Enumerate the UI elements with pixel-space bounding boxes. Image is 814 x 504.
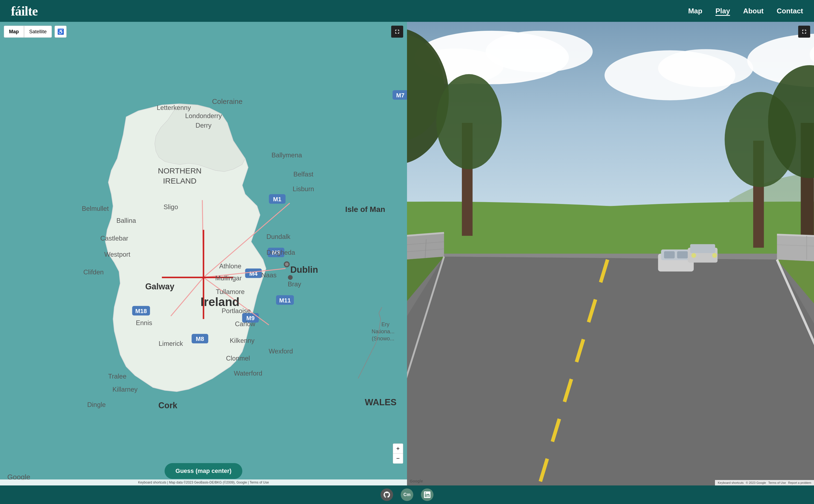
svg-text:Nationa...: Nationa...: [372, 328, 394, 334]
svg-rect-121: [690, 244, 715, 253]
svg-text:Ireland: Ireland: [200, 295, 240, 308]
zoom-out-button[interactable]: −: [393, 454, 403, 463]
map-footer: Keyboard shortcuts | Map data ©2023 GeoB…: [0, 479, 407, 485]
svg-text:Isle of Man: Isle of Man: [345, 205, 385, 214]
accessibility-button[interactable]: ♿: [55, 26, 67, 38]
svg-text:Clonmel: Clonmel: [226, 355, 250, 362]
svg-text:Tullamore: Tullamore: [216, 288, 245, 295]
nav-play[interactable]: Play: [716, 7, 730, 15]
map-controls: Map Satellite ♿: [4, 26, 67, 38]
svg-text:Ballina: Ballina: [116, 217, 136, 224]
svg-text:Galway: Galway: [145, 282, 174, 291]
svg-point-90: [436, 74, 502, 169]
cm-icon[interactable]: Cm: [401, 488, 413, 501]
sv-report[interactable]: Report a problem: [788, 481, 811, 484]
svg-text:M8: M8: [196, 335, 204, 342]
streetview-panel: Google Keyboard shortcuts © 2023 Google …: [407, 22, 814, 485]
svg-text:Belfast: Belfast: [294, 170, 314, 178]
svg-text:M4: M4: [249, 270, 258, 277]
svg-text:Wexford: Wexford: [269, 347, 293, 355]
svg-text:Lisburn: Lisburn: [293, 185, 314, 193]
svg-point-50: [288, 275, 292, 280]
map-zoom-controls: + −: [393, 443, 403, 464]
svg-text:Castlebar: Castlebar: [100, 235, 128, 242]
sv-copyright: © 2023 Google: [746, 481, 766, 484]
svg-text:Clifden: Clifden: [83, 268, 104, 276]
map-fullscreen-button[interactable]: [391, 26, 403, 38]
svg-text:Dundalk: Dundalk: [267, 233, 291, 240]
svg-text:Carlow: Carlow: [235, 320, 255, 328]
svg-text:Mullingar: Mullingar: [215, 274, 242, 282]
linkedin-icon[interactable]: [421, 488, 433, 501]
svg-text:Ballymena: Ballymena: [271, 151, 302, 159]
header: fáilte Map Play About Contact: [0, 0, 814, 22]
sv-keyboard-shortcuts[interactable]: Keyboard shortcuts: [718, 481, 744, 484]
svg-text:Londonderry: Londonderry: [185, 112, 222, 119]
svg-text:Dublin: Dublin: [290, 265, 318, 275]
ireland-map[interactable]: M1 M3 M4 M9 M8 M11 M18 M7: [0, 22, 407, 485]
guess-button[interactable]: Guess (map center): [164, 463, 242, 479]
page-footer: Cm: [0, 485, 814, 504]
svg-text:Tralee: Tralee: [108, 373, 126, 380]
zoom-in-button[interactable]: +: [393, 444, 403, 454]
map-type-satellite-button[interactable]: Satellite: [24, 26, 52, 38]
map-panel: Map Satellite ♿ M1 M3: [0, 22, 407, 485]
svg-point-20: [285, 263, 289, 266]
svg-text:Killarney: Killarney: [112, 386, 137, 393]
svg-rect-118: [664, 251, 675, 258]
svg-text:Naas: Naas: [261, 271, 277, 279]
svg-text:Ennis: Ennis: [136, 319, 152, 326]
svg-point-123: [712, 253, 717, 258]
logo: fáilte: [11, 4, 38, 19]
svg-text:(Snowo...: (Snowo...: [372, 335, 394, 341]
svg-text:IRELAND: IRELAND: [163, 176, 196, 185]
streetview-image: [407, 22, 814, 485]
sv-terms[interactable]: Terms of Use: [768, 481, 786, 484]
svg-text:M1: M1: [273, 196, 281, 203]
svg-text:Kilkenny: Kilkenny: [230, 337, 255, 344]
svg-text:M18: M18: [135, 308, 147, 314]
svg-text:Limerick: Limerick: [159, 340, 183, 347]
svg-text:Coleraine: Coleraine: [212, 97, 243, 106]
svg-text:Letterkenny: Letterkenny: [157, 104, 191, 111]
nav-about[interactable]: About: [743, 7, 764, 15]
svg-text:Cork: Cork: [158, 401, 177, 410]
svg-text:WALES: WALES: [365, 397, 396, 407]
cm-label: Cm: [403, 492, 411, 497]
streetview-google-attribution: Google: [410, 479, 423, 483]
svg-text:Sligo: Sligo: [163, 203, 178, 211]
svg-rect-119: [677, 251, 688, 258]
map-type-map-button[interactable]: Map: [4, 26, 24, 38]
svg-text:Dingle: Dingle: [87, 401, 106, 408]
svg-text:Bray: Bray: [288, 280, 301, 288]
streetview-fullscreen-button[interactable]: [798, 26, 810, 38]
svg-text:Athlone: Athlone: [219, 262, 241, 270]
svg-text:Drogheda: Drogheda: [267, 249, 295, 256]
svg-text:M11: M11: [279, 297, 291, 304]
github-icon[interactable]: [381, 488, 393, 501]
svg-text:NORTHERN: NORTHERN: [158, 166, 202, 175]
svg-point-73: [658, 49, 753, 87]
main-content: Map Satellite ♿ M1 M3: [0, 22, 814, 485]
svg-text:Westport: Westport: [104, 251, 130, 258]
svg-text:M7: M7: [396, 92, 404, 99]
svg-text:Belmullet: Belmullet: [82, 205, 109, 212]
nav-contact[interactable]: Contact: [777, 7, 803, 15]
map-footer-text: Keyboard shortcuts | Map data ©2023 GeoB…: [138, 481, 269, 484]
svg-text:Derry: Derry: [196, 122, 212, 129]
svg-text:Waterford: Waterford: [234, 370, 262, 377]
nav-map[interactable]: Map: [688, 7, 702, 15]
svg-point-122: [691, 253, 696, 258]
svg-text:Ery: Ery: [381, 321, 390, 327]
streetview-footer: Keyboard shortcuts © 2023 Google Terms o…: [715, 480, 814, 485]
main-nav: Map Play About Contact: [688, 7, 803, 15]
